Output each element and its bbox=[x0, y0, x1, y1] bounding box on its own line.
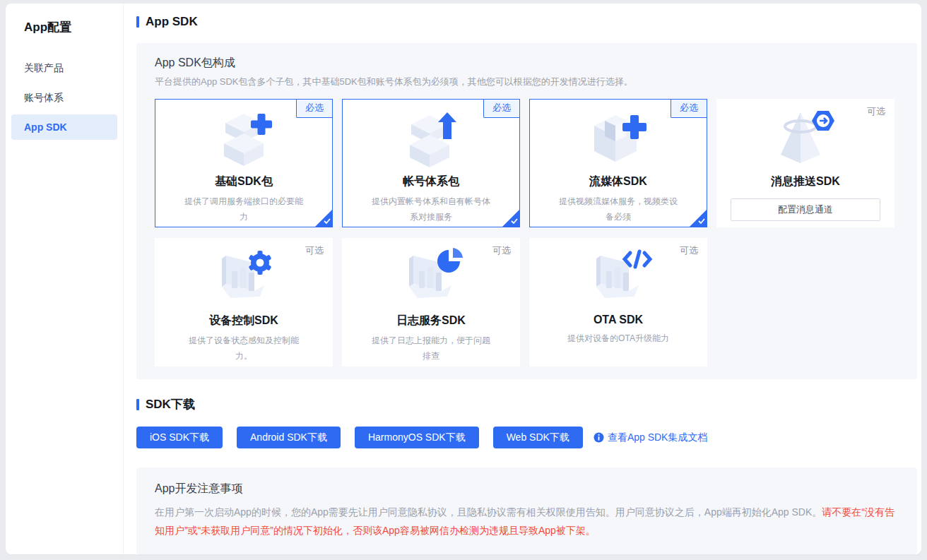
android-sdk-download-button[interactable]: Android SDK下载 bbox=[237, 427, 341, 448]
sdk-card-grid: 必选 基础SDK包 提供 bbox=[155, 99, 894, 367]
notice-body-normal: 在用户第一次启动App的时候，您的App需要先让用户同意隐私协议，且隐私协议需有… bbox=[155, 506, 822, 518]
card-title: 流媒体SDK bbox=[530, 174, 707, 189]
required-badge: 必选 bbox=[296, 100, 332, 118]
harmonyos-sdk-download-button[interactable]: HarmonyOS SDK下载 bbox=[355, 427, 479, 448]
selected-check-icon bbox=[502, 209, 520, 227]
sidebar-item-related-products[interactable]: 关联产品 bbox=[11, 55, 117, 81]
card-title: 日志服务SDK bbox=[343, 314, 519, 328]
optional-badge: 可选 bbox=[305, 244, 324, 257]
card-title: 帐号体系包 bbox=[343, 174, 519, 189]
optional-badge: 可选 bbox=[867, 105, 885, 118]
sidebar-title: App配置 bbox=[24, 19, 123, 35]
sdk-card-log[interactable]: 可选 日志服务SDK 提 bbox=[342, 238, 520, 367]
sdk-card-base[interactable]: 必选 基础SDK包 提供 bbox=[155, 99, 333, 227]
package-panel-subtitle: 平台提供的App SDK包含多个子包，其中基础5DK包和账号体系包为必须项，其他… bbox=[155, 76, 894, 88]
optional-badge: 可选 bbox=[492, 244, 511, 257]
sdk-download-heading: SDK下载 bbox=[136, 396, 917, 412]
card-description: 提供内置帐号体系和自有帐号体系对接服务 bbox=[372, 194, 490, 225]
card-title: 设备控制SDK bbox=[155, 314, 332, 328]
optional-badge: 可选 bbox=[680, 244, 698, 257]
configure-message-channel-button[interactable]: 配置消息通道 bbox=[731, 198, 880, 221]
card-description: 提供了设备状态感知及控制能力。 bbox=[184, 333, 303, 364]
app-dev-notice-panel: App开发注意事项 在用户第一次启动App的时候，您的App需要先让用户同意隐私… bbox=[136, 467, 917, 554]
notice-title: App开发注意事项 bbox=[155, 482, 899, 496]
card-title: 消息推送SDK bbox=[717, 174, 894, 189]
sdk-card-device-control[interactable]: 可选 bbox=[155, 238, 333, 367]
info-icon bbox=[594, 432, 604, 443]
app-sdk-heading: App SDK bbox=[136, 15, 917, 29]
page-title: App SDK bbox=[146, 15, 198, 29]
sidebar-item-app-sdk[interactable]: App SDK bbox=[11, 114, 117, 140]
card-description: 提供了日志上报能力，便于问题排查 bbox=[372, 333, 490, 364]
sdk-card-media[interactable]: 必选 流媒体SDK 提供视频流媒体服务，视频类设备必须 bbox=[529, 99, 707, 227]
sdk-download-title: SDK下载 bbox=[146, 396, 195, 412]
required-badge: 必选 bbox=[671, 100, 707, 118]
sdk-download-row: iOS SDK下载 Android SDK下载 HarmonyOS SDK下载 … bbox=[136, 427, 917, 448]
required-badge: 必选 bbox=[483, 100, 519, 118]
heading-accent-bar bbox=[136, 399, 139, 410]
sdk-doc-link-label: 查看App SDK集成文档 bbox=[608, 431, 708, 444]
app-window: App配置 关联产品 账号体系 App SDK App SDK App SDK包… bbox=[6, 4, 921, 554]
ios-sdk-download-button[interactable]: iOS SDK下载 bbox=[136, 427, 223, 448]
heading-accent-bar bbox=[136, 16, 139, 28]
card-description: 提供了调用服务端接口的必要能力 bbox=[184, 194, 303, 225]
main-content: App SDK App SDK包构成 平台提供的App SDK包含多个子包，其中… bbox=[124, 4, 921, 554]
selected-check-icon bbox=[314, 209, 333, 227]
package-panel-title: App SDK包构成 bbox=[155, 56, 894, 71]
sidebar-item-account-system[interactable]: 账号体系 bbox=[11, 85, 117, 110]
sdk-card-ota[interactable]: 可选 bbox=[529, 238, 707, 367]
card-title: OTA SDK bbox=[530, 314, 707, 326]
selected-check-icon bbox=[689, 209, 707, 227]
notice-body: 在用户第一次启动App的时候，您的App需要先让用户同意隐私协议，且隐私协议需有… bbox=[155, 504, 899, 540]
card-description: 提供对设备的OTA升级能力 bbox=[559, 331, 678, 347]
sdk-card-account[interactable]: 必选 帐号体系包 提供内置帐号体系和自有帐号体系对接服 bbox=[342, 99, 520, 227]
sdk-package-panel: App SDK包构成 平台提供的App SDK包含多个子包，其中基础5DK包和账… bbox=[136, 43, 917, 379]
sdk-card-push[interactable]: 可选 消息推送SDK 配置消息通道 bbox=[716, 99, 894, 227]
sdk-doc-link[interactable]: 查看App SDK集成文档 bbox=[594, 431, 708, 444]
sidebar: App配置 关联产品 账号体系 App SDK bbox=[6, 4, 124, 554]
card-description: 提供视频流媒体服务，视频类设备必须 bbox=[559, 194, 678, 225]
web-sdk-download-button[interactable]: Web SDK下载 bbox=[493, 427, 583, 448]
card-title: 基础SDK包 bbox=[155, 174, 332, 189]
